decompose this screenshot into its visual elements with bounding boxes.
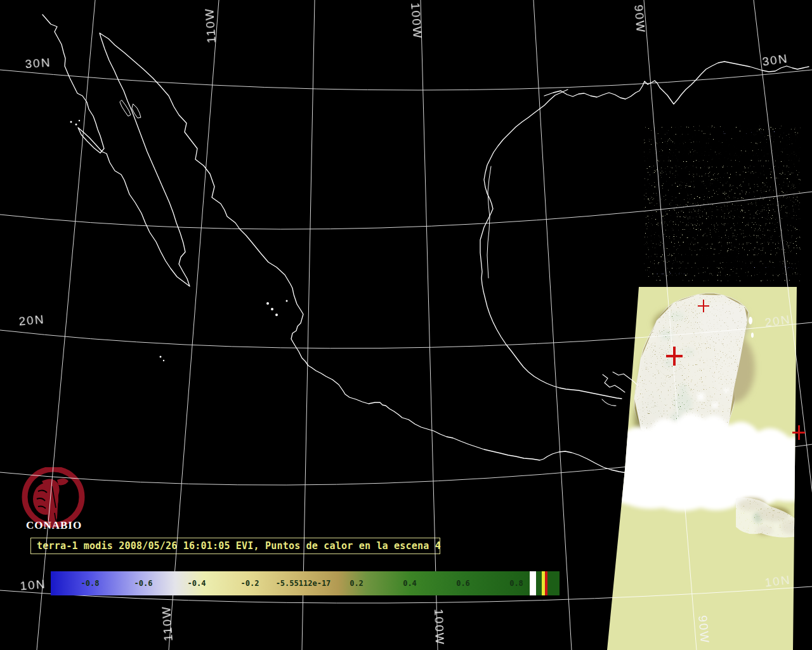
evi-colorbar: -0.8-0.6-0.4-0.2-5.55112e-170.20.40.60.8: [51, 571, 560, 595]
colorbar-tick: -0.6: [134, 579, 153, 588]
coastlines: [43, 15, 809, 473]
meridian-85w: [754, 0, 812, 650]
meridian-90w: [644, 0, 697, 650]
parallel-15n: [0, 444, 812, 485]
colorbar-tick: 0.4: [403, 579, 417, 588]
colorbar-tick: 0.8: [509, 579, 523, 588]
island-angel-de-la-guarda: [120, 100, 131, 116]
coast-louisiana: [544, 62, 809, 104]
graticule-lines: [0, 0, 812, 650]
coast-tabasco-fragments: [602, 372, 638, 406]
meridian-100w: [421, 0, 438, 650]
colorbar-tick: -0.2: [241, 579, 259, 588]
colorbar-tick-labels: -0.8-0.6-0.4-0.2-5.55112e-170.20.40.60.8: [51, 571, 560, 595]
parallel-20n: [0, 322, 812, 348]
coast-lagoon-inner: [487, 166, 491, 278]
island-tiburon: [132, 104, 141, 118]
small-islands: [70, 120, 288, 361]
colorbar-tick: -0.8: [81, 579, 100, 588]
colorbar-tick: 0.6: [456, 579, 470, 588]
colorbar-tick: -0.4: [188, 579, 206, 588]
meridian-115w: [37, 0, 95, 650]
parallel-25n: [0, 192, 812, 229]
meridian-105w: [302, 0, 315, 650]
map-canvas: [0, 0, 812, 650]
meridian-110w: [169, 0, 219, 650]
coast-gulf: [480, 90, 622, 399]
satellite-map-viewer: terra-1 modis 2008/05/26 16:01:05 EVI, P…: [0, 0, 812, 650]
colorbar-tick: -5.55112e-17: [276, 579, 331, 588]
colorbar-tick: 0.2: [350, 579, 363, 588]
coast-baja-mainland: [43, 15, 627, 473]
